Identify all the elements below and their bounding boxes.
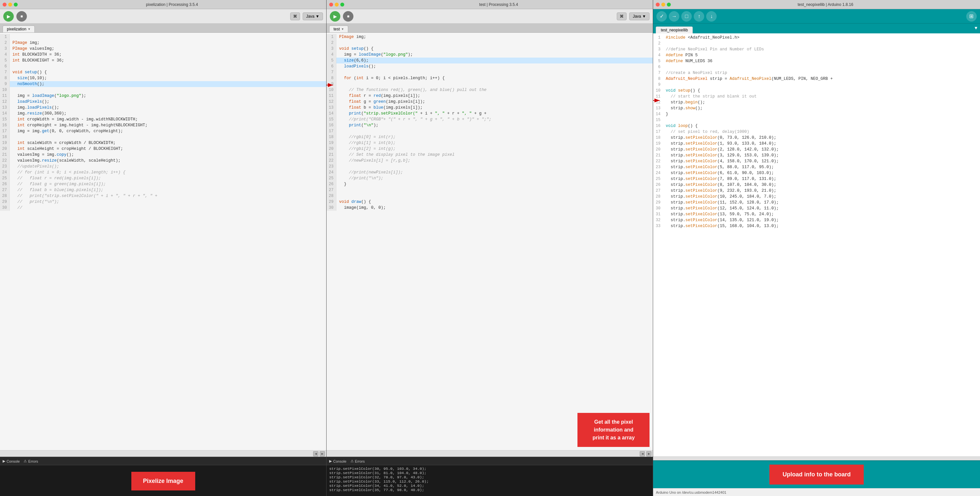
code-editor-left[interactable]: 1 2 PImage img; 3 PImage valuesImg; 4 in… [0,33,326,450]
scroll-btn-mid-left[interactable]: ◀ [640,451,645,456]
code-line: 2 [326,40,653,46]
code-editor-arduino[interactable]: 1 #include <Adafruit_NeoPixel.h> 2 3 //d… [653,33,980,456]
arduino-code-line: 15 [653,117,980,123]
minimize-button-mid[interactable] [335,3,339,6]
new-button-arduino[interactable]: □ [681,11,692,22]
arduino-code-line: 30 strip.setPixelColor(12, 145.0, 124.0,… [653,206,980,211]
code-line: 27 // float b = blue(img.pixels[i]); [0,187,326,193]
arduino-code-line: 25 strip.setPixelColor(7, 89.0, 117.0, 1… [653,176,980,182]
minimize-button-left[interactable] [8,3,12,6]
upload-info-button[interactable]: Upload info to the board [769,464,864,485]
tab-pixelization[interactable]: pixelization ▼ [3,25,35,32]
tabbar-mid: test ▼ [326,24,653,33]
code-line: 26 } [326,181,653,187]
console-icon-mid: ▶ [329,459,332,463]
tab-dropdown-arduino[interactable]: ▼ [975,25,977,31]
open-button-arduino[interactable]: ↑ [694,11,704,22]
code-line: 1 PImage img; [326,34,653,40]
lang-button-left[interactable]: Java ▼ [303,13,323,20]
panel-arduino: test_neopixellib | Arduino 1.8.16 ✓ → □ … [653,0,980,496]
code-line: 20 //rgbi[2] = int(g); [326,146,653,152]
play-button-left[interactable]: ▶ [3,11,14,22]
window-controls-mid [329,3,344,6]
code-line: 19 //rgbi[1] = int(b); [326,140,653,146]
close-button-arduino[interactable] [656,3,660,6]
stop-button-mid[interactable]: ■ [343,11,353,22]
code-line: 27 [326,187,653,193]
arduino-code-line: 19 strip.setPixelColor(1, 93.0, 133.0, 1… [653,141,980,147]
scroll-btn-left[interactable]: ◀ [313,451,318,456]
arduino-code-line: 4 #define PIN 5 [653,52,980,58]
code-editor-mid[interactable]: 1 PImage img; 2 3 void setup() { 4 img =… [326,33,653,450]
scroll-btn-right[interactable]: ▶ [320,451,325,456]
console-toolbar-mid: ▶ Console ⚠ Errors [326,457,653,465]
serial-monitor-button[interactable]: ⊞ [966,11,977,22]
arduino-hscrollbar[interactable] [653,456,980,460]
code-line: 21 valuesImg = img.copy(); [0,152,326,158]
maximize-button-left[interactable] [14,3,18,6]
code-line: 23 [326,163,653,170]
arduino-code-line: 6 [653,64,980,70]
lang-button-mid[interactable]: Java ▼ [629,13,650,20]
code-line: 9 [326,81,653,87]
code-line: 3 void setup() { [326,46,653,52]
minimize-button-arduino[interactable] [661,3,665,6]
annotation-box-mid: Get all the pixelinformation andprint it… [578,413,649,447]
console-tab-left[interactable]: ▶ Console [3,459,20,463]
arduino-code-line: 31 strip.setPixelColor(13, 59.0, 75.0, 2… [653,211,980,217]
tab-test[interactable]: test ▼ [329,25,348,32]
code-line: 5 int BLOCKHEIGHT = 36; [0,58,326,63]
code-line: 8 size(10,10); [0,75,326,81]
errors-tab-left[interactable]: ⚠ Errors [24,459,38,463]
window-title-arduino: test_neopixellib | Arduino 1.8.16 [673,2,977,7]
console-toolbar-left: ▶ Console ⚠ Errors [0,457,326,465]
save-button-arduino[interactable]: ↓ [706,11,717,22]
code-line: 10 // The functions red(), green(), and … [326,87,653,93]
pixelize-button[interactable]: Pixelize Image [131,472,195,490]
scroll-btn-mid-right[interactable]: ▶ [646,451,651,456]
tabbar-arduino: test_neopixellib ▼ [653,24,980,33]
code-line: 29 // print("\n"); [0,199,326,205]
tab-arduino-main[interactable]: test_neopixellib [656,27,693,33]
arduino-code-line: 10 void setup() { [653,88,980,93]
code-line: 3 PImage valuesImg; [0,46,326,52]
errors-tab-mid[interactable]: ⚠ Errors [350,459,365,463]
window-title-mid: test | Processing 3.5.4 [347,2,650,7]
arduino-status-text: Arduino Uno on /dev/cu.usbmodem1442401 [656,490,726,494]
arduino-code-line: 29 strip.setPixelColor(11, 152.0, 128.0,… [653,200,980,206]
code-line: 30 image(img, 0, 0); [326,205,653,211]
verify-button-arduino[interactable]: ✓ [656,11,667,22]
code-line: 11 float r = red(img.pixels[i]); [326,93,653,99]
code-line: 22 valuesImg.resize(scaleWidth, scaleHei… [0,158,326,163]
stop-button-left[interactable]: ■ [16,11,27,22]
editor-bottom-left: ◀ ▶ [0,450,326,457]
window-controls-left [3,3,18,6]
titlebar-mid: test | Processing 3.5.4 [326,0,653,9]
arduino-code-line: 27 strip.setPixelColor(9, 232.0, 193.0, … [653,188,980,194]
console-tab-mid[interactable]: ▶ Console [329,459,346,463]
arduino-code-line: 21 strip.setPixelColor(3, 129.0, 153.0, … [653,152,980,158]
arduino-code-line: 23 strip.setPixelColor(5, 88.0, 117.0, 9… [653,164,980,170]
arduino-code-line: 11 // start the strip and blank it out [653,93,980,100]
play-button-mid[interactable]: ▶ [330,11,340,22]
debug-button-left[interactable]: ⌘ [290,13,300,20]
code-line: 7 void setup() { [0,69,326,75]
upload-button-arduino[interactable]: → [669,11,679,22]
close-button-left[interactable] [3,3,6,6]
close-button-mid[interactable] [329,3,333,6]
tabbar-left: pixelization ▼ [0,24,326,33]
console-icon-left: ▶ [3,459,5,463]
arduino-code-line: 32 strip.setPixelColor(14, 135.0, 121.0,… [653,217,980,223]
maximize-button-mid[interactable] [340,3,344,6]
console-line: strip.setPixelColor(32, 78.0, 97.0, 43.0… [329,475,650,479]
maximize-button-arduino[interactable] [667,3,671,6]
code-line: 25 //print("\n"); [326,175,653,181]
console-line: strip.setPixelColor(34, 41.0, 52.0, 14.0… [329,483,650,488]
arduino-code-line: 8 Adafruit_NeoPixel strip = Adafruit_Neo… [653,76,980,82]
code-line: 13 img.loadPixels(); [0,105,326,111]
console-area-left: ▶ Console ⚠ Errors Pixelize Image [0,457,326,496]
main-screen: pixelization | Processing 3.5.4 ▶ ■ ⌘ Ja… [0,0,980,496]
code-line: 18 [0,134,326,140]
debug-button-mid[interactable]: ⌘ [617,13,627,20]
arduino-code-line: 18 strip.setPixelColor(0, 73.0, 126.0, 2… [653,135,980,141]
